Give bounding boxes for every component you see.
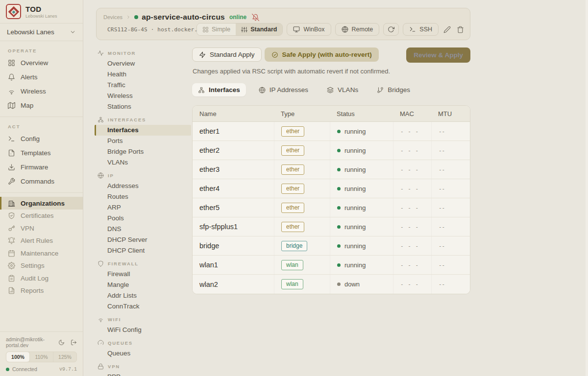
sidebar-item-label: Audit Log [21, 275, 49, 282]
refresh-button[interactable] [383, 23, 399, 36]
sidebar-item-settings[interactable]: Settings [0, 259, 83, 272]
app-title: TOD [25, 5, 57, 13]
logout-icon[interactable] [71, 339, 77, 346]
view-standard-button[interactable]: Standard [236, 24, 282, 35]
gear-icon [8, 262, 15, 269]
delete-device-button[interactable] [456, 25, 465, 34]
grid-icon [202, 26, 209, 33]
globe-icon [259, 87, 266, 94]
subnav-item-bridge-ports[interactable]: Bridge Ports [91, 146, 191, 157]
table-row-bridge[interactable]: bridge bridge running - - - -- [193, 236, 470, 256]
sidebar-item-overview[interactable]: Overview [0, 56, 83, 70]
subnav-item-addr-lists[interactable]: Addr Lists [91, 290, 191, 301]
org-selector[interactable]: Lebowski Lanes [0, 24, 83, 41]
zoom-110-button[interactable]: 110% [29, 352, 53, 362]
sidebar-item-config[interactable]: Config [0, 132, 83, 146]
sidebar-item-alert-rules[interactable]: Alert Rules [0, 235, 83, 247]
tab-bridges[interactable]: Bridges [371, 83, 416, 96]
trash-icon [457, 26, 464, 33]
remote-button[interactable]: Remote [335, 23, 380, 36]
app-subtitle: Lebowski Lanes [25, 14, 57, 19]
subnav-item-conntrack[interactable]: ConnTrack [91, 301, 191, 312]
subnav-item-overview[interactable]: Overview [91, 58, 191, 69]
subnav-item-ports[interactable]: Ports [91, 136, 191, 146]
sidebar-item-audit-log[interactable]: Audit Log [0, 272, 83, 285]
subnav-item-wireless[interactable]: Wireless [91, 91, 191, 101]
subnav-item-interfaces[interactable]: Interfaces [95, 125, 191, 136]
moon-icon[interactable] [58, 339, 65, 346]
tab-vlans[interactable]: VLANs [321, 83, 364, 96]
status-text: running [344, 204, 366, 212]
table-row-ether3[interactable]: ether3 ether running - - - -- [193, 160, 470, 179]
subnav-item-pools[interactable]: Pools [91, 213, 191, 224]
table-row-ether4[interactable]: ether4 ether running - - - -- [193, 179, 470, 198]
subnav-item-addresses[interactable]: Addresses [91, 181, 191, 191]
sidebar-item-commands[interactable]: Commands [0, 174, 83, 188]
zoom-100-button[interactable]: 100% [6, 352, 29, 362]
subnav-item-dhcp-client[interactable]: DHCP Client [91, 245, 191, 256]
table-row-wlan1[interactable]: wlan1 wlan running - - - -- [193, 256, 470, 275]
table-row-sfp-sfpplus1[interactable]: sfp-sfpplus1 ether running - - - -- [193, 217, 470, 236]
status-text: running [344, 166, 366, 173]
sidebar-item-label: Alerts [21, 73, 38, 81]
ssh-button[interactable]: SSH [403, 23, 439, 36]
subnav-item-routes[interactable]: Routes [91, 191, 191, 202]
sidebar-item-alerts[interactable]: Alerts [0, 70, 83, 84]
zoom-125-button[interactable]: 125% [53, 352, 76, 362]
edit-device-button[interactable] [442, 25, 452, 34]
subnav-item-vlans[interactable]: VLANs [91, 157, 191, 168]
bell-off-icon[interactable] [252, 14, 259, 21]
remote-label: Remote [352, 26, 373, 33]
app-logo-icon [6, 4, 21, 19]
safe-apply-button[interactable]: Safe Apply (with auto-revert) [265, 47, 379, 62]
subnav-item-mangle[interactable]: Mangle [91, 280, 191, 290]
sidebar-item-label: Settings [21, 262, 45, 269]
standard-apply-label: Standard Apply [210, 51, 255, 58]
breadcrumb[interactable]: Devices [103, 14, 122, 20]
scrollbar[interactable] [586, 0, 588, 376]
table-row-ether2[interactable]: ether2 ether running - - - -- [193, 141, 470, 160]
user-email: admin@mikrotik-portal.dev [6, 336, 58, 348]
type-badge: ether [281, 184, 304, 194]
subnav-item-queues[interactable]: Queues [91, 348, 191, 359]
subnav-item-dhcp-server[interactable]: DHCP Server [91, 235, 191, 245]
subnav-item-traffic[interactable]: Traffic [91, 80, 191, 91]
mac-value: - - - [393, 179, 431, 198]
sidebar-item-vpn[interactable]: VPN [0, 222, 83, 235]
subnav-item-firewall[interactable]: Firewall [91, 269, 191, 280]
mtu-value: -- [431, 217, 470, 236]
sidebar-item-wireless[interactable]: Wireless [0, 84, 83, 98]
status-dot [337, 282, 341, 286]
sidebar-item-maintenance[interactable]: Maintenance [0, 247, 83, 260]
clipboard-icon [8, 275, 15, 282]
view-simple-button[interactable]: Simple [197, 24, 236, 35]
sidebar-item-reports[interactable]: Reports [0, 284, 83, 297]
review-apply-button[interactable]: Review & Apply [406, 47, 470, 63]
status-text: running [344, 128, 366, 135]
subnav-item-ppp[interactable]: PPP [91, 372, 191, 376]
table-row-ether5[interactable]: ether5 ether running - - - -- [193, 198, 470, 217]
bell-ring-icon [8, 237, 15, 244]
sidebar-item-map[interactable]: Map [0, 98, 83, 113]
sidebar-item-certificates[interactable]: Certificates [0, 210, 83, 222]
sidebar-item-templates[interactable]: Templates [0, 146, 83, 160]
activity-icon [98, 50, 104, 56]
subnav-item-dns[interactable]: DNS [91, 224, 191, 235]
app-version: v9.7.1 [59, 367, 77, 372]
table-row-wlan2[interactable]: wlan2 wlan down - - - -- [193, 275, 470, 294]
key-icon [8, 225, 15, 232]
subnav-item-health[interactable]: Health [91, 69, 191, 80]
subnav-item-stations[interactable]: Stations [91, 101, 191, 112]
standard-apply-button[interactable]: Standard Apply [192, 47, 262, 62]
subnav-item-wifi-config[interactable]: WiFi Config [91, 325, 191, 335]
sidebar-item-organizations[interactable]: Organizations [0, 197, 83, 210]
status-text: running [344, 147, 366, 154]
table-row-ether1[interactable]: ether1 ether running - - - -- [193, 122, 470, 141]
tab-interfaces[interactable]: Interfaces [192, 83, 246, 96]
sidebar-item-firmware[interactable]: Firmware [0, 160, 83, 174]
subnav-item-arp[interactable]: ARP [91, 202, 191, 213]
terminal-icon [8, 135, 15, 142]
winbox-button[interactable]: WinBox [287, 23, 331, 36]
tab-ip-addresses[interactable]: IP Addresses [253, 83, 314, 96]
hierarchy-icon [98, 117, 104, 123]
